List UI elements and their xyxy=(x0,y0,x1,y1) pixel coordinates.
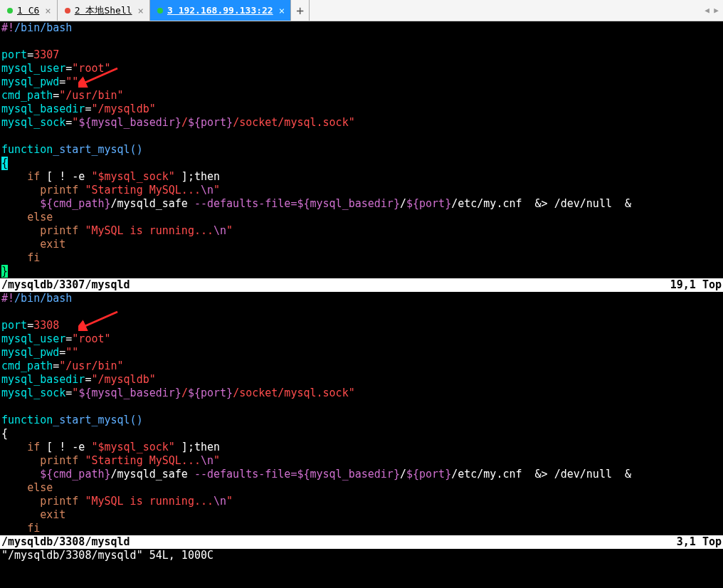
code-line xyxy=(0,130,723,143)
close-icon[interactable]: × xyxy=(43,5,52,16)
status-right: 3,1 Top xyxy=(677,535,722,549)
code-line: { xyxy=(0,157,723,170)
code-line: mysql_user="root" xyxy=(0,62,723,75)
vim-command-line[interactable]: "/mysqldb/3308/mysqld" 54L, 1000C xyxy=(0,549,723,562)
tab-1[interactable]: 1 C6 × xyxy=(0,0,58,21)
code-line: else xyxy=(0,481,723,495)
tab-2[interactable]: 2 本地Shell × xyxy=(58,0,150,21)
code-line: mysql_pwd="" xyxy=(0,346,723,359)
status-filepath: /mysqldb/3308/mysqld xyxy=(1,535,130,549)
new-tab-button[interactable]: + xyxy=(291,0,310,21)
close-icon[interactable]: × xyxy=(137,5,145,16)
code-line: mysql_pwd="" xyxy=(0,75,723,89)
status-dot-icon xyxy=(65,8,70,14)
tab-label: 1 C6 xyxy=(17,5,39,16)
code-line: mysql_sock="${mysql_basedir}/${port}/soc… xyxy=(0,387,723,400)
editor-pane-1: #!/bin/bash port=3307 mysql_user="root" … xyxy=(0,21,723,292)
status-right: 19,1 Top xyxy=(670,278,722,292)
tab-bar: 1 C6 × 2 本地Shell × 3 192.168.99.133:22 ×… xyxy=(0,0,723,21)
tab-scroll-arrows[interactable]: ◀ ▶ xyxy=(704,0,719,21)
code-line: port=3307 xyxy=(0,48,723,62)
code-line: mysql_sock="${mysql_basedir}/${port}/soc… xyxy=(0,116,723,130)
code-line: ${cmd_path}/mysqld_safe --defaults-file=… xyxy=(0,468,723,481)
code-line: mysql_basedir="/mysqldb" xyxy=(0,103,723,116)
code-line: cmd_path="/usr/bin" xyxy=(0,359,723,373)
code-line: cmd_path="/usr/bin" xyxy=(0,89,723,103)
code-line: ${cmd_path}/mysqld_safe --defaults-file=… xyxy=(0,197,723,211)
code-line: port=3308 xyxy=(0,319,723,332)
close-icon[interactable]: × xyxy=(278,5,286,16)
code-line: if [ ! -e "$mysql_sock" ];then xyxy=(0,170,723,184)
code-line: if [ ! -e "$mysql_sock" ];then xyxy=(0,441,723,454)
code-line: #!/bin/bash xyxy=(0,292,723,305)
editor-pane-2: #!/bin/bash port=3308 mysql_user="root" … xyxy=(0,292,723,549)
status-dot-icon xyxy=(157,8,163,14)
code-line: { xyxy=(0,427,723,441)
code-line: printf "MySQL is running...\n" xyxy=(0,224,723,238)
code-line xyxy=(0,35,723,48)
code-line: mysql_user="root" xyxy=(0,332,723,346)
code-line: exit xyxy=(0,238,723,251)
code-line: printf "Starting MySQL...\n" xyxy=(0,454,723,468)
code-line: function_start_mysql() xyxy=(0,143,723,157)
code-line: else xyxy=(0,211,723,224)
code-line: printf "Starting MySQL...\n" xyxy=(0,184,723,197)
code-line: function_start_mysql() xyxy=(0,414,723,427)
code-line: exit xyxy=(0,508,723,522)
terminal[interactable]: #!/bin/bash port=3307 mysql_user="root" … xyxy=(0,21,723,588)
code-line xyxy=(0,305,723,319)
tab-3[interactable]: 3 192.168.99.133:22 × xyxy=(150,0,291,21)
vim-status-bar: /mysqldb/3307/mysqld 19,1 Top xyxy=(0,278,723,292)
tab-label: 2 本地Shell xyxy=(75,4,132,17)
tab-label: 3 192.168.99.133:22 xyxy=(167,5,273,16)
vim-status-bar: /mysqldb/3308/mysqld 3,1 Top xyxy=(0,535,723,549)
status-dot-icon xyxy=(7,8,13,14)
code-line: mysql_basedir="/mysqldb" xyxy=(0,373,723,387)
status-filepath: /mysqldb/3307/mysqld xyxy=(1,278,130,292)
cursor: { xyxy=(1,157,8,170)
code-line: fi xyxy=(0,251,723,265)
code-line: #!/bin/bash xyxy=(0,21,723,35)
code-line: fi xyxy=(0,522,723,535)
code-line xyxy=(0,400,723,414)
code-line: } xyxy=(0,265,723,278)
code-line: printf "MySQL is running...\n" xyxy=(0,495,723,508)
